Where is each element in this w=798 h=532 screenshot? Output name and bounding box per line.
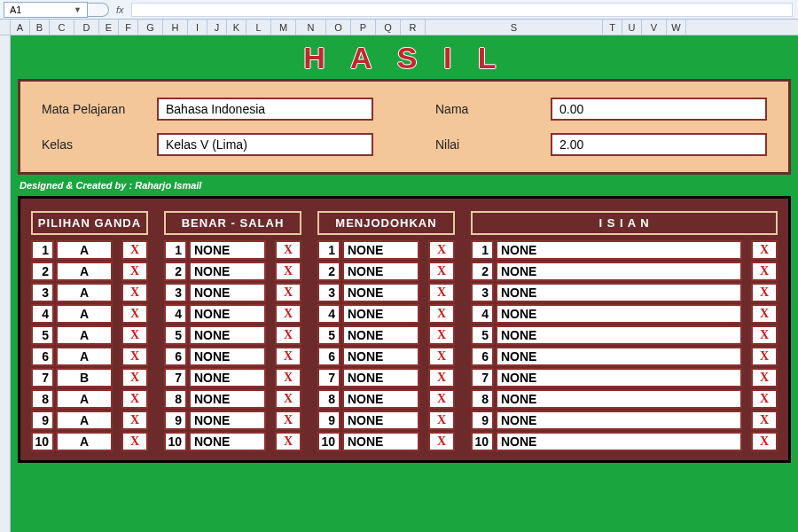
row-number: 3: [471, 283, 494, 302]
col-header-I[interactable]: I: [188, 20, 207, 35]
row-answer: NONE: [189, 368, 266, 387]
col-header-S[interactable]: S: [426, 20, 603, 35]
col-header-P[interactable]: P: [351, 20, 376, 35]
col-header-F[interactable]: F: [119, 20, 138, 35]
gap: [744, 368, 749, 387]
col-header-D[interactable]: D: [74, 20, 99, 35]
table-row: 7NONEX: [471, 368, 778, 387]
row-number: 3: [31, 283, 54, 302]
name-box-expand[interactable]: [88, 3, 109, 17]
gap: [421, 240, 426, 260]
row-mark: X: [751, 283, 778, 302]
row-headers: [0, 35, 11, 532]
gap: [268, 304, 273, 324]
col-header-B[interactable]: B: [30, 20, 50, 35]
table-row: 5AX: [31, 325, 148, 345]
row-answer: A: [56, 411, 113, 430]
name-box-value: A1: [10, 4, 21, 15]
gap: [114, 304, 120, 324]
row-mark: X: [275, 432, 301, 451]
table-row: 6NONEX: [471, 347, 778, 366]
col-header-M[interactable]: M: [271, 20, 296, 35]
row-answer: NONE: [496, 262, 742, 281]
row-answer: NONE: [189, 262, 266, 281]
row-mark: X: [428, 432, 455, 451]
row-number: 5: [31, 325, 54, 345]
table-row: 3NONEX: [317, 283, 455, 302]
col-header-R[interactable]: R: [401, 20, 426, 35]
info-frame: Mata Pelajaran Bahasa Indonesia Kelas Ke…: [18, 79, 791, 175]
name-box[interactable]: A1 ▼: [4, 2, 88, 18]
col-header-W[interactable]: W: [667, 20, 686, 35]
row-answer: NONE: [342, 368, 419, 387]
header-mj: MENJODOHKAN: [317, 211, 455, 235]
row-answer: NONE: [342, 411, 419, 430]
row-number: 7: [317, 368, 340, 387]
row-answer: A: [56, 304, 113, 324]
col-header-V[interactable]: V: [642, 20, 667, 35]
formula-input[interactable]: [131, 3, 793, 17]
table-row: 9AX: [31, 411, 148, 430]
row-mark: X: [428, 283, 455, 302]
col-header-T[interactable]: T: [603, 20, 622, 35]
col-header-N[interactable]: N: [296, 20, 326, 35]
row-number: 5: [471, 325, 494, 345]
table-row: 9NONEX: [471, 411, 778, 430]
gap: [744, 262, 749, 281]
row-answer: NONE: [189, 432, 266, 451]
row-answer: A: [56, 262, 113, 281]
col-header-H[interactable]: H: [163, 20, 188, 35]
row-number: 8: [164, 389, 187, 409]
section-benar-salah: BENAR - SALAH 1NONEX2NONEX3NONEX4NONEX5N…: [164, 211, 301, 451]
worksheet[interactable]: H A S I L Mata Pelajaran Bahasa Indonesi…: [0, 35, 798, 532]
row-mark: X: [751, 389, 778, 409]
row-answer: A: [56, 240, 113, 260]
gap: [744, 347, 749, 366]
col-header-A[interactable]: A: [11, 20, 30, 35]
row-answer: NONE: [496, 240, 742, 260]
fx-icon[interactable]: fx: [116, 4, 124, 15]
gap: [744, 283, 749, 302]
row-mark: X: [428, 389, 455, 409]
table-row: 2NONEX: [471, 262, 778, 281]
row-number: 6: [317, 347, 340, 366]
row-mark: X: [275, 325, 301, 345]
row-mark: X: [275, 368, 301, 387]
gap: [114, 262, 120, 281]
gap: [114, 432, 120, 451]
row-number: 4: [31, 304, 54, 324]
info-left-col: Mata Pelajaran Bahasa Indonesia Kelas Ke…: [42, 98, 373, 156]
gap: [744, 325, 749, 345]
select-all-corner[interactable]: [0, 20, 11, 35]
col-header-L[interactable]: L: [246, 20, 271, 35]
result-panel: H A S I L Mata Pelajaran Bahasa Indonesi…: [11, 35, 798, 532]
col-header-E[interactable]: E: [99, 20, 119, 35]
row-number: 2: [317, 262, 340, 281]
row-mark: X: [751, 304, 778, 324]
info-row-score: Nilai 2.00: [435, 133, 767, 156]
table-row: 1NONEX: [164, 240, 301, 260]
value-score: 2.00: [551, 133, 767, 156]
col-header-J[interactable]: J: [207, 20, 227, 35]
label-score: Nilai: [435, 137, 542, 152]
gap: [744, 411, 749, 430]
table-row: 8NONEX: [471, 389, 778, 409]
info-row-name: Nama 0.00: [435, 98, 767, 121]
table-row: 7BX: [31, 368, 148, 387]
section-menjodohkan: MENJODOHKAN 1NONEX2NONEX3NONEX4NONEX5NON…: [317, 211, 455, 451]
table-row: 7NONEX: [317, 368, 455, 387]
gap: [744, 432, 749, 451]
col-header-O[interactable]: O: [326, 20, 351, 35]
row-answer: NONE: [189, 240, 266, 260]
row-mark: X: [275, 347, 301, 366]
col-header-G[interactable]: G: [138, 20, 163, 35]
col-header-C[interactable]: C: [50, 20, 74, 35]
gap: [268, 325, 273, 345]
col-header-K[interactable]: K: [227, 20, 246, 35]
value-subject: Bahasa Indonesia: [157, 98, 373, 121]
row-mark: X: [428, 240, 455, 260]
col-header-U[interactable]: U: [622, 20, 642, 35]
col-header-Q[interactable]: Q: [376, 20, 401, 35]
row-answer: A: [56, 389, 113, 409]
dropdown-icon[interactable]: ▼: [74, 5, 82, 14]
